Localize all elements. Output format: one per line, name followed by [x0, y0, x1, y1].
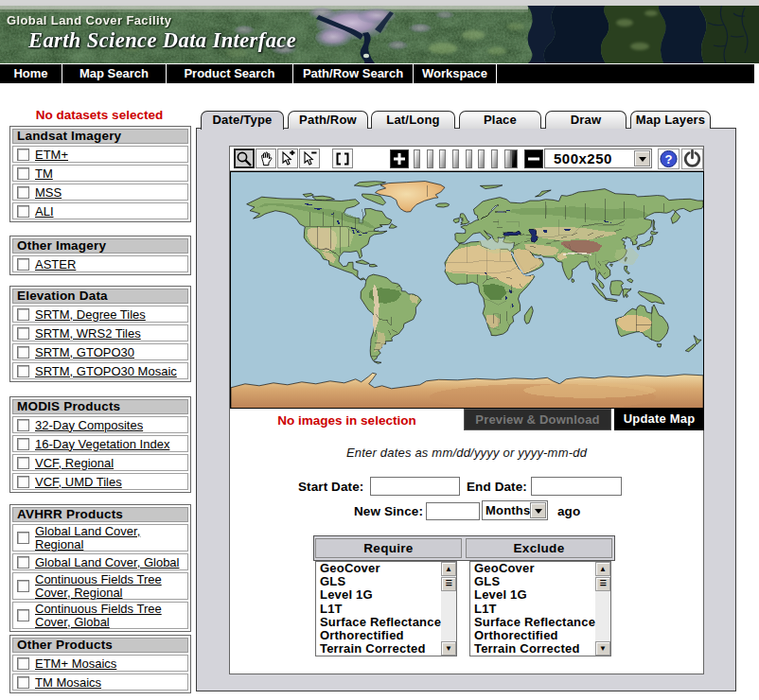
svg-text:?: ? [665, 152, 673, 166]
